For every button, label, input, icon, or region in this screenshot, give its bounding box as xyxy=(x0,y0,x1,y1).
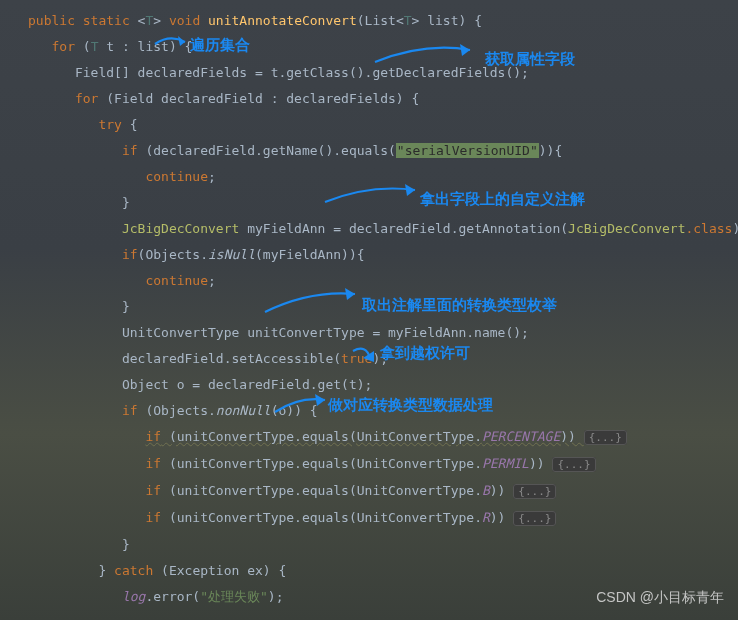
code-line: if(Objects.isNull(myFieldAnn)){ xyxy=(28,242,738,268)
arrow-icon xyxy=(150,32,190,52)
svg-marker-2 xyxy=(405,184,415,196)
code-line: JcBigDecConvert myFieldAnn = declaredFie… xyxy=(28,216,738,242)
code-line: continue; xyxy=(28,268,738,294)
annotation-label: 做对应转换类型数据处理 xyxy=(328,392,493,418)
code-line: try { xyxy=(28,112,738,138)
annotation-label: 遍历集合 xyxy=(190,32,250,58)
code-line: public static <T> void unitAnnotateConve… xyxy=(28,8,738,34)
code-line: if (unitConvertType.equals(UnitConvertTy… xyxy=(28,424,738,451)
svg-marker-3 xyxy=(345,288,355,300)
arrow-icon xyxy=(370,40,480,68)
arrow-icon xyxy=(348,346,384,364)
svg-marker-1 xyxy=(460,44,470,56)
svg-marker-5 xyxy=(315,394,325,406)
code-fold[interactable]: {...} xyxy=(552,457,595,472)
arrow-icon xyxy=(320,182,420,206)
code-line: } xyxy=(28,532,738,558)
arrow-icon xyxy=(260,288,360,316)
code-line: if (unitConvertType.equals(UnitConvertTy… xyxy=(28,478,738,505)
annotation-label: 拿出字段上的自定义注解 xyxy=(420,186,585,212)
code-fold[interactable]: {...} xyxy=(513,484,556,499)
code-line: for (Field declaredField : declaredField… xyxy=(28,86,738,112)
annotation-label: 拿到越权许可 xyxy=(380,340,470,366)
code-line: } catch (Exception ex) { xyxy=(28,558,738,584)
code-line: if (unitConvertType.equals(UnitConvertTy… xyxy=(28,451,738,478)
code-line: if (unitConvertType.equals(UnitConvertTy… xyxy=(28,505,738,532)
code-fold[interactable]: {...} xyxy=(584,430,627,445)
code-fold[interactable]: {...} xyxy=(513,511,556,526)
annotation-label: 取出注解里面的转换类型枚举 xyxy=(362,292,557,318)
annotation-label: 获取属性字段 xyxy=(485,46,575,72)
code-line: if (declaredField.getName().equals("seri… xyxy=(28,138,738,164)
arrow-icon xyxy=(270,394,330,416)
watermark-label: CSDN @小目标青年 xyxy=(596,584,724,610)
